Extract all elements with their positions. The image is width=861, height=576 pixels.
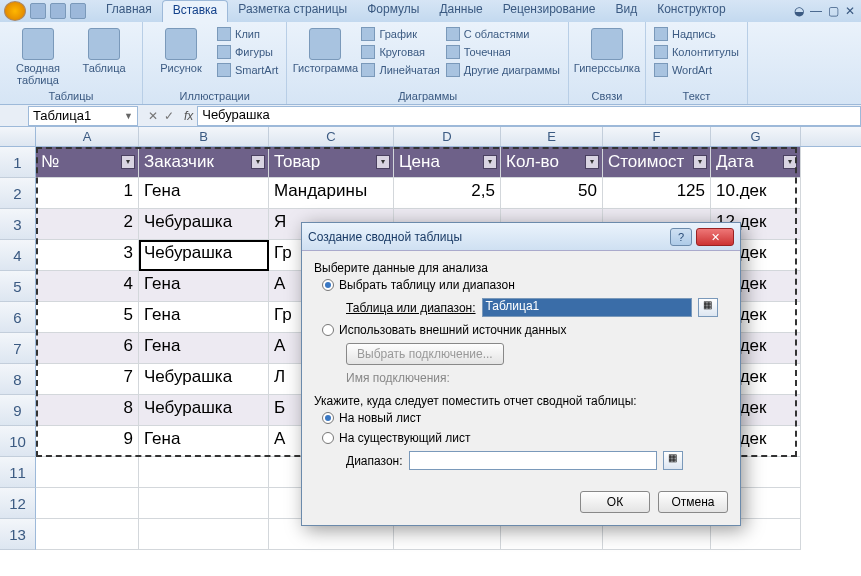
colhead-f[interactable]: F — [603, 127, 711, 146]
tab-view[interactable]: Вид — [605, 0, 647, 22]
dialog-titlebar[interactable]: Создание сводной таблицы ? ✕ — [302, 223, 740, 251]
minimize-icon[interactable]: — — [810, 4, 822, 18]
radio-external[interactable]: Использовать внешний источник данных — [314, 320, 728, 340]
cell[interactable]: 8 — [36, 395, 139, 426]
cell[interactable]: 2 — [36, 209, 139, 240]
histogram-button[interactable]: Гистограмма — [295, 26, 355, 90]
location-input[interactable] — [409, 451, 657, 470]
tab-design[interactable]: Конструктор — [647, 0, 735, 22]
table-header[interactable]: №▾ — [36, 147, 139, 178]
rowhead[interactable]: 3 — [0, 209, 36, 240]
range-picker-icon[interactable]: ▦ — [663, 451, 683, 470]
table-header[interactable]: Дата▾ — [711, 147, 801, 178]
other-charts-button[interactable]: Другие диаграммы — [446, 62, 560, 78]
area-chart-button[interactable]: С областями — [446, 26, 560, 42]
filter-icon[interactable]: ▾ — [585, 155, 599, 169]
rowhead[interactable]: 7 — [0, 333, 36, 364]
cell[interactable]: 2,5 — [394, 178, 501, 209]
filter-icon[interactable]: ▾ — [121, 155, 135, 169]
smartart-button[interactable]: SmartArt — [217, 62, 278, 78]
cell[interactable]: Чебурашка — [139, 364, 269, 395]
radio-existing-sheet[interactable]: На существующий лист — [314, 428, 728, 448]
table-header[interactable]: Стоимост▾ — [603, 147, 711, 178]
radio-new-sheet[interactable]: На новый лист — [314, 408, 728, 428]
cell[interactable]: 50 — [501, 178, 603, 209]
tab-review[interactable]: Рецензирование — [493, 0, 606, 22]
shapes-button[interactable]: Фигуры — [217, 44, 278, 60]
cancel-button[interactable]: Отмена — [658, 491, 728, 513]
rowhead[interactable]: 11 — [0, 457, 36, 488]
rowhead[interactable]: 1 — [0, 147, 36, 178]
wordart-button[interactable]: WordArt — [654, 62, 739, 78]
cell[interactable]: 7 — [36, 364, 139, 395]
cell[interactable]: 1 — [36, 178, 139, 209]
colhead-b[interactable]: B — [139, 127, 269, 146]
chevron-down-icon[interactable]: ▼ — [124, 111, 133, 121]
qat-redo-icon[interactable] — [70, 3, 86, 19]
cell[interactable] — [139, 488, 269, 519]
headerfooter-button[interactable]: Колонтитулы — [654, 44, 739, 60]
radio-select-range[interactable]: Выбрать таблицу или диапазон — [314, 275, 728, 295]
tab-page-layout[interactable]: Разметка страницы — [228, 0, 357, 22]
close-icon[interactable]: ✕ — [845, 4, 855, 18]
bar-chart-button[interactable]: Линейчатая — [361, 62, 439, 78]
tab-data[interactable]: Данные — [429, 0, 492, 22]
hyperlink-button[interactable]: Гиперссылка — [577, 26, 637, 90]
table-header[interactable]: Цена▾ — [394, 147, 501, 178]
cell[interactable]: Гена — [139, 333, 269, 364]
help-icon[interactable]: ◒ — [794, 4, 804, 18]
name-box[interactable]: Таблица1 ▼ — [28, 106, 138, 126]
tab-formulas[interactable]: Формулы — [357, 0, 429, 22]
rowhead[interactable]: 9 — [0, 395, 36, 426]
scatter-chart-button[interactable]: Точечная — [446, 44, 560, 60]
tab-home[interactable]: Главная — [96, 0, 162, 22]
filter-icon[interactable]: ▾ — [376, 155, 390, 169]
cell[interactable]: 125 — [603, 178, 711, 209]
clip-button[interactable]: Клип — [217, 26, 278, 42]
tab-insert[interactable]: Вставка — [162, 0, 229, 22]
rowhead[interactable]: 12 — [0, 488, 36, 519]
office-button[interactable] — [4, 1, 26, 21]
cell[interactable] — [139, 457, 269, 488]
dialog-help-icon[interactable]: ? — [670, 228, 692, 246]
cell[interactable] — [36, 519, 139, 550]
fx-icon[interactable]: fx — [180, 109, 197, 123]
ok-button[interactable]: ОК — [580, 491, 650, 513]
qat-undo-icon[interactable] — [50, 3, 66, 19]
filter-icon[interactable]: ▾ — [783, 155, 797, 169]
colhead-e[interactable]: E — [501, 127, 603, 146]
filter-icon[interactable]: ▾ — [251, 155, 265, 169]
table-header[interactable]: Товар▾ — [269, 147, 394, 178]
cell[interactable]: Мандарины — [269, 178, 394, 209]
cell[interactable]: 4 — [36, 271, 139, 302]
range-picker-icon[interactable]: ▦ — [698, 298, 718, 317]
cell[interactable]: 6 — [36, 333, 139, 364]
cell[interactable]: Гена — [139, 302, 269, 333]
pivot-table-button[interactable]: Сводная таблица — [8, 26, 68, 90]
colhead-g[interactable]: G — [711, 127, 801, 146]
cell[interactable]: 9 — [36, 426, 139, 457]
cell[interactable]: Гена — [139, 178, 269, 209]
range-input[interactable]: Таблица1 — [482, 298, 692, 317]
rowhead[interactable]: 5 — [0, 271, 36, 302]
rowhead[interactable]: 4 — [0, 240, 36, 271]
cell[interactable] — [139, 519, 269, 550]
rowhead[interactable]: 2 — [0, 178, 36, 209]
cell[interactable]: 5 — [36, 302, 139, 333]
colhead-d[interactable]: D — [394, 127, 501, 146]
cancel-formula-icon[interactable]: ✕ — [148, 109, 158, 123]
table-header[interactable]: Заказчик▾ — [139, 147, 269, 178]
pie-chart-button[interactable]: Круговая — [361, 44, 439, 60]
rowhead[interactable]: 8 — [0, 364, 36, 395]
dialog-close-icon[interactable]: ✕ — [696, 228, 734, 246]
filter-icon[interactable]: ▾ — [483, 155, 497, 169]
cell[interactable]: Чебурашка — [139, 209, 269, 240]
table-header[interactable]: Кол-во▾ — [501, 147, 603, 178]
line-chart-button[interactable]: График — [361, 26, 439, 42]
rowhead[interactable]: 10 — [0, 426, 36, 457]
cell[interactable]: Гена — [139, 426, 269, 457]
enter-formula-icon[interactable]: ✓ — [164, 109, 174, 123]
textbox-button[interactable]: Надпись — [654, 26, 739, 42]
rowhead[interactable]: 13 — [0, 519, 36, 550]
cell[interactable]: Гена — [139, 271, 269, 302]
